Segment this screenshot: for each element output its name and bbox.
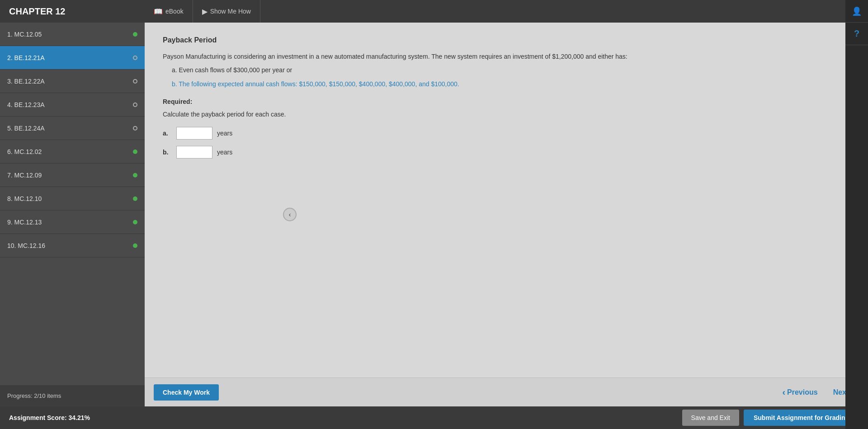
sidebar-item-8[interactable]: 8. MC.12.10: [0, 187, 145, 210]
input-rows: a.yearsb.years: [163, 127, 850, 159]
score-value: 34.21%: [68, 414, 90, 421]
sidebar-item-label-3: 3. BE.12.22A: [7, 78, 133, 85]
sidebar-item-label-8: 8. MC.12.10: [7, 195, 133, 202]
tab-ebook[interactable]: 📖 eBook: [145, 0, 193, 23]
content-bottom: Check My Work ‹ Previous Next ›: [145, 378, 868, 406]
sidebar-item-2[interactable]: 2. BE.12.21A: [0, 46, 145, 70]
assignment-score: Assignment Score: 34.21%: [9, 414, 90, 421]
question-body: Payson Manufacturing is considering an i…: [163, 51, 850, 89]
status-dot-8: [133, 196, 137, 201]
option-a: a. Even cash flows of $300,000 per year …: [172, 65, 850, 75]
top-bar: CHAPTER 12 📖 eBook ▶ Show Me How: [0, 0, 868, 23]
answer-input-b[interactable]: [176, 146, 212, 159]
sidebar-item-label-1: 1. MC.12.05: [7, 31, 133, 38]
sidebar-item-5[interactable]: 5. BE.12.24A: [0, 117, 145, 140]
chapter-title: CHAPTER 12: [0, 6, 145, 17]
content-area: Payback Period Payson Manufacturing is c…: [145, 23, 868, 406]
sidebar-item-10[interactable]: 10. MC.12.16: [0, 234, 145, 257]
check-work-button[interactable]: Check My Work: [154, 384, 219, 401]
question-title: Payback Period: [163, 36, 850, 44]
content-scroll: Payback Period Payson Manufacturing is c…: [145, 23, 868, 378]
sidebar-item-1[interactable]: 1. MC.12.05: [0, 23, 145, 46]
main-layout: 1. MC.12.052. BE.12.21A3. BE.12.22A4. BE…: [0, 23, 868, 406]
body-intro: Payson Manufacturing is considering an i…: [163, 51, 850, 61]
sidebar-footer: Progress: 2/10 items: [0, 385, 145, 406]
answer-input-a[interactable]: [176, 127, 212, 140]
save-exit-button[interactable]: Save and Exit: [682, 410, 739, 426]
previous-label: Previous: [787, 388, 818, 396]
required-label: Required:: [163, 98, 850, 105]
tab-bar: 📖 eBook ▶ Show Me How: [145, 0, 868, 23]
sidebar-item-3[interactable]: 3. BE.12.22A: [0, 70, 145, 93]
status-dot-7: [133, 173, 137, 177]
input-label-1: a.: [163, 130, 172, 137]
sidebar-item-label-10: 10. MC.12.16: [7, 242, 133, 249]
status-dot-2: [133, 56, 137, 60]
content-wrapper: ‹ Payback Period Payson Manufacturing is…: [145, 23, 868, 406]
sidebar-item-7[interactable]: 7. MC.12.09: [0, 163, 145, 187]
unit-label-2: years: [217, 149, 232, 156]
sidebar-item-4[interactable]: 4. BE.12.23A: [0, 93, 145, 117]
progress-value: 2/10 items: [34, 392, 61, 399]
tab-show-me-how-label: Show Me How: [210, 8, 251, 15]
help-icon: ?: [854, 28, 859, 39]
status-dot-1: [133, 32, 137, 37]
status-dot-9: [133, 220, 137, 224]
sidebar-item-6[interactable]: 6. MC.12.02: [0, 140, 145, 163]
sidebar-item-label-9: 9. MC.12.13: [7, 219, 133, 226]
score-label: Assignment Score:: [9, 414, 67, 421]
sidebar-item-label-7: 7. MC.12.09: [7, 172, 133, 179]
status-dot-6: [133, 149, 137, 154]
tab-ebook-label: eBook: [165, 8, 184, 15]
status-dot-10: [133, 243, 137, 248]
right-icon-panel: 👤 ?: [845, 23, 868, 406]
sidebar-item-label-6: 6. MC.12.02: [7, 148, 133, 155]
submit-button[interactable]: Submit Assignment for Grading: [744, 410, 859, 426]
sidebar-item-label-5: 5. BE.12.24A: [7, 125, 133, 132]
sidebar-item-label-2: 2. BE.12.21A: [7, 54, 133, 61]
sidebar-item-label-4: 4. BE.12.23A: [7, 101, 133, 108]
input-label-2: b.: [163, 149, 172, 156]
progress-label: Progress:: [7, 392, 33, 399]
input-row-1: a.years: [163, 127, 850, 140]
sidebar-collapse-button[interactable]: ‹: [283, 208, 297, 221]
status-dot-3: [133, 79, 137, 84]
status-bar: Assignment Score: 34.21% Save and Exit S…: [0, 406, 868, 429]
input-row-2: b.years: [163, 146, 850, 159]
bottom-actions: Save and Exit Submit Assignment for Grad…: [682, 410, 859, 426]
sidebar-item-9[interactable]: 9. MC.12.13: [0, 210, 145, 234]
unit-label-1: years: [217, 130, 232, 137]
help-icon-button[interactable]: ?: [845, 23, 868, 45]
previous-button[interactable]: ‹ Previous: [777, 383, 823, 401]
status-dot-5: [133, 126, 137, 131]
ebook-icon: 📖: [154, 7, 163, 16]
tab-show-me-how[interactable]: ▶ Show Me How: [193, 0, 260, 23]
instruction-text: Calculate the payback period for each ca…: [163, 111, 850, 118]
play-icon: ▶: [202, 7, 208, 16]
status-dot-4: [133, 103, 137, 107]
left-arrow-icon: ‹: [782, 387, 785, 397]
sidebar: 1. MC.12.052. BE.12.21A3. BE.12.22A4. BE…: [0, 23, 145, 406]
option-b: b. The following expected annual cash fl…: [172, 79, 850, 89]
